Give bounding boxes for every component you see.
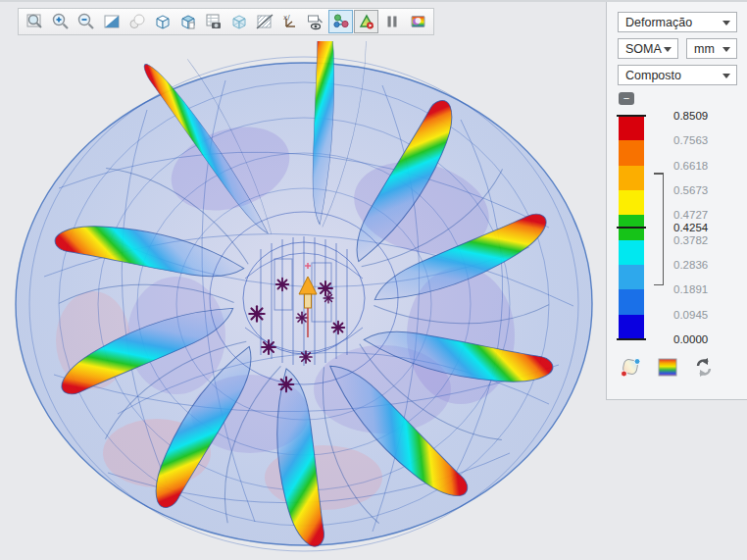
3d-viewport[interactable]: [0, 41, 608, 560]
component-units-row: SOMA mm: [618, 38, 737, 65]
legend-range-bracket[interactable]: [654, 173, 664, 285]
chevron-down-icon: [722, 47, 730, 52]
result-type-dropdown[interactable]: Deformação: [618, 12, 737, 32]
legend-footer: [620, 356, 737, 380]
min-max-visibility-button[interactable]: [303, 10, 327, 33]
orbit-button[interactable]: [124, 10, 149, 33]
animate-results-button[interactable]: [354, 10, 378, 33]
zoom-in-button[interactable]: [48, 10, 73, 33]
view-toolbar: x/: [18, 8, 434, 35]
color-bar-settings-button[interactable]: [656, 356, 679, 380]
result-type-value: Deformação: [625, 16, 692, 29]
isometric-view-button[interactable]: [150, 10, 174, 33]
legend-label: 0.4254: [673, 222, 708, 233]
legend-label: 0.2836: [673, 259, 708, 271]
shaded-display-button[interactable]: [99, 10, 124, 33]
legend-label: 0.8509: [673, 110, 708, 122]
zoom-window-button[interactable]: [23, 10, 47, 33]
legend-color-segment: [619, 166, 644, 190]
collapse-legend-button[interactable]: −: [619, 92, 634, 105]
legend-label: 0.1891: [673, 283, 708, 295]
legend-labels: 0.85090.75630.66180.56730.47270.42540.37…: [673, 116, 742, 339]
wireframe-view-button[interactable]: [226, 10, 251, 33]
legend-max-line: [617, 115, 646, 117]
coordinate-system-button[interactable]: x/: [277, 10, 302, 33]
legend-color-segment: [619, 289, 644, 314]
legend-label: 0.0945: [673, 309, 708, 321]
color-legend: 0.85090.75630.66180.56730.47270.42540.37…: [619, 116, 737, 339]
legend-label: 0.4727: [673, 209, 708, 221]
legend-mid-line: [617, 227, 646, 229]
half-section-view-button[interactable]: [175, 10, 200, 33]
legend-label: 0.6618: [673, 160, 708, 172]
legend-color-segment: [619, 240, 644, 265]
legend-color-segment: [619, 140, 644, 165]
color-scale-button[interactable]: [405, 10, 429, 33]
component-dropdown[interactable]: SOMA: [618, 38, 678, 59]
legend-label: 0.5673: [673, 184, 708, 196]
pause-button[interactable]: [379, 10, 404, 33]
minus-icon: −: [623, 93, 629, 104]
legend-label: 0.7563: [673, 134, 708, 146]
chevron-down-icon: [722, 21, 730, 25]
probe-gradient-button[interactable]: [620, 356, 643, 380]
legend-color-segment: [619, 190, 644, 215]
legend-color-segment: [619, 116, 644, 140]
chevron-down-icon: [722, 74, 730, 78]
chevron-down-icon: [664, 47, 672, 52]
legend-label: 0.0000: [673, 333, 708, 345]
legend-color-segment: [619, 265, 644, 289]
legend-label: 0.3782: [673, 234, 708, 246]
units-dropdown[interactable]: mm: [686, 38, 737, 59]
display-mode-value: Composto: [625, 69, 681, 82]
probe-button[interactable]: [328, 10, 353, 33]
zoom-out-button[interactable]: [74, 10, 98, 33]
refresh-button[interactable]: [692, 356, 716, 380]
units-value: mm: [694, 42, 715, 56]
legend-min-line: [617, 338, 646, 340]
results-panel: Deformação SOMA mm Composto −: [606, 1, 747, 400]
legend-colorbar: [619, 116, 644, 339]
impeller-model: [0, 41, 608, 560]
report-image-button[interactable]: [201, 10, 225, 33]
legend-color-segment: [619, 315, 644, 339]
section-plane-button[interactable]: [252, 10, 276, 33]
display-mode-dropdown[interactable]: Composto: [618, 65, 737, 85]
component-value: SOMA: [625, 42, 662, 56]
simulation-app-window: x/ Deformação SOMA mm: [0, 0, 747, 560]
